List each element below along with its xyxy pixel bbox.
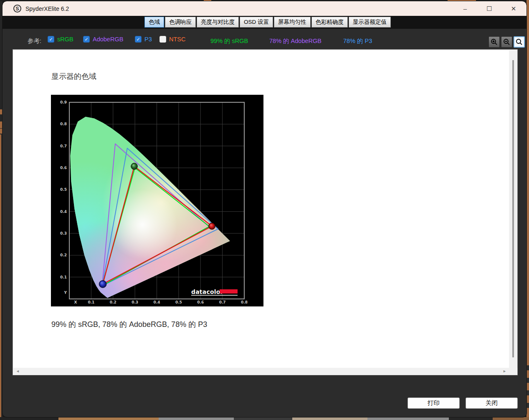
tab-5[interactable]: 屏幕均匀性 <box>274 17 311 28</box>
svg-text:0.2: 0.2 <box>60 253 67 257</box>
svg-text:datacolor: datacolor <box>191 288 223 295</box>
tab-bar: 色域色调响应亮度与对比度OSD 设置屏幕均匀性色彩精确度显示器额定值 <box>3 16 526 29</box>
svg-text:0.8: 0.8 <box>60 122 67 126</box>
horizontal-scrollbar[interactable]: ◄ ► <box>13 368 509 374</box>
tab-1[interactable]: 色域 <box>144 17 164 28</box>
background-sliver-left-accent <box>0 134 1 417</box>
tab-7[interactable]: 显示器额定值 <box>349 17 391 28</box>
scrollbar-corner <box>509 368 517 374</box>
zoom-fit-icon <box>516 38 523 46</box>
checkbox-AdobeRGB[interactable]: ✓ <box>83 36 90 43</box>
app-window: S SpyderXElite 6.2 – ☐ ✕ 色域色调响应亮度与对比度OSD… <box>3 1 526 417</box>
background-sliver-left-accent <box>0 121 2 128</box>
background-sliver-right-dash <box>526 365 529 370</box>
background-sliver-left-accent <box>0 109 2 114</box>
scroll-left-arrow-icon[interactable]: ◄ <box>16 369 20 373</box>
background-sliver-right-dash <box>526 378 529 383</box>
tab-3[interactable]: 亮度与对比度 <box>197 17 239 28</box>
coverage-result-1: 99% 的 sRGB <box>210 37 248 45</box>
svg-text:0.5: 0.5 <box>60 187 67 192</box>
reference-option-P3: ✓P3 <box>135 36 152 43</box>
svg-text:0.4: 0.4 <box>154 300 160 304</box>
report-heading: 显示器的色域 <box>51 71 96 81</box>
close-window-button[interactable]: ✕ <box>501 1 526 16</box>
checkbox-label-NTSC: NTSC <box>169 36 185 43</box>
scroll-right-arrow-icon[interactable]: ► <box>503 369 506 373</box>
vertical-scrollbar-thumb[interactable] <box>512 60 514 357</box>
background-sliver-bottom <box>493 417 529 420</box>
background-sliver-bottom <box>58 417 159 420</box>
tab-6[interactable]: 色彩精确度 <box>311 17 348 28</box>
checkbox-label-P3: P3 <box>144 36 152 43</box>
svg-text:0.6: 0.6 <box>197 300 204 304</box>
background-sliver-bottom <box>292 417 367 420</box>
svg-text:X: X <box>74 300 77 304</box>
checkbox-NTSC[interactable] <box>159 36 166 43</box>
svg-text:0.3: 0.3 <box>132 300 138 304</box>
background-sliver-right-dash <box>526 403 529 408</box>
background-sliver-bottom <box>449 417 493 420</box>
titlebar[interactable]: S SpyderXElite 6.2 – ☐ ✕ <box>3 1 526 16</box>
svg-text:0.5: 0.5 <box>175 300 182 304</box>
svg-text:0.9: 0.9 <box>60 100 67 104</box>
background-sliver-bottom <box>159 417 234 420</box>
checkbox-sRGB[interactable]: ✓ <box>48 36 54 43</box>
tab-4[interactable]: OSD 设置 <box>240 17 273 28</box>
coverage-result-2: 78% 的 AdobeRGB <box>269 37 321 45</box>
zoom-in-icon <box>491 38 498 46</box>
svg-text:0.8: 0.8 <box>241 300 248 304</box>
close-dialog-button[interactable]: 关闭 <box>466 397 518 409</box>
background-sliver-bottom <box>234 417 292 420</box>
svg-text:0.4: 0.4 <box>60 210 67 214</box>
minimize-button[interactable]: – <box>453 1 477 16</box>
reference-option-AdobeRGB: ✓AdobeRGB <box>83 36 123 43</box>
background-sliver-bottom <box>367 417 449 420</box>
background-sliver-left-accent <box>0 129 2 134</box>
reference-option-NTSC: NTSC <box>159 36 185 43</box>
svg-text:0.1: 0.1 <box>88 300 94 304</box>
background-sliver-right-dash <box>526 390 529 395</box>
cie-chromaticity-chart: 0.10.20.30.40.50.60.70.8X0.10.20.30.40.5… <box>51 95 263 306</box>
gamut-summary-text: 99% 的 sRGB, 78% 的 AdobeRGB, 78% 的 P3 <box>51 319 207 329</box>
cie-diagram-svg: 0.10.20.30.40.50.60.70.8X0.10.20.30.40.5… <box>51 95 263 306</box>
report-panel: 显示器的色域 0.10.20.30.40.50.60.70.8X0.10.20.… <box>13 49 518 375</box>
zoom-out-button[interactable] <box>501 36 512 48</box>
blue-primary-marker <box>99 280 106 288</box>
vertical-scrollbar[interactable] <box>509 50 517 368</box>
zoom-fit-button[interactable] <box>514 36 525 48</box>
svg-text:0.2: 0.2 <box>110 300 116 304</box>
print-button[interactable]: 打印 <box>408 397 460 409</box>
desktop-background: S SpyderXElite 6.2 – ☐ ✕ 色域色调响应亮度与对比度OSD… <box>0 0 529 420</box>
red-primary-marker <box>208 223 215 230</box>
green-primary-marker <box>131 163 138 170</box>
maximize-button[interactable]: ☐ <box>477 1 501 16</box>
svg-text:0.6: 0.6 <box>60 166 67 170</box>
svg-text:Y: Y <box>63 291 67 295</box>
zoom-in-button[interactable] <box>489 36 500 48</box>
coverage-result-3: 78% 的 P3 <box>343 37 372 45</box>
reference-label: 参考: <box>28 37 41 45</box>
svg-text:0.7: 0.7 <box>60 144 67 148</box>
window-controls: – ☐ ✕ <box>453 1 526 16</box>
checkbox-label-AdobeRGB: AdobeRGB <box>93 36 123 43</box>
svg-text:0.1: 0.1 <box>60 275 67 279</box>
svg-text:0.7: 0.7 <box>219 300 226 304</box>
checkbox-P3[interactable]: ✓ <box>135 36 142 43</box>
checkbox-label-sRGB: sRGB <box>57 36 73 43</box>
zoom-out-icon <box>503 38 510 46</box>
background-sliver-bottom <box>0 417 58 420</box>
svg-text:0.3: 0.3 <box>60 231 67 235</box>
reference-option-sRGB: ✓sRGB <box>48 36 73 43</box>
background-sliver-right <box>526 0 529 420</box>
tab-2[interactable]: 色调响应 <box>165 17 196 28</box>
spyder-logo-icon: S <box>13 5 21 13</box>
window-title: SpyderXElite 6.2 <box>25 5 69 12</box>
